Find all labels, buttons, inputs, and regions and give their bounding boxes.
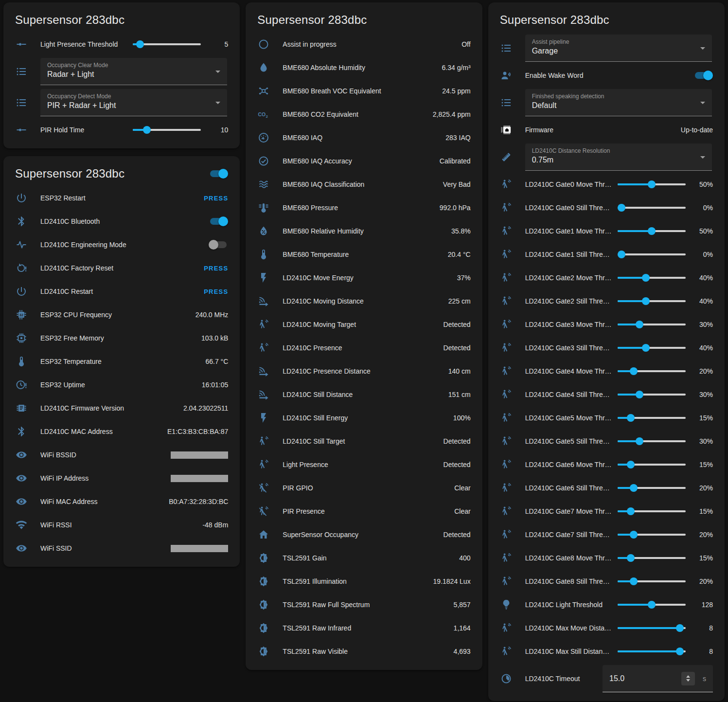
slider-thumb[interactable] (642, 274, 650, 282)
value-slider[interactable] (618, 414, 686, 422)
entity-row[interactable]: WiFi IP Address (10, 467, 233, 490)
value-slider[interactable] (618, 227, 686, 235)
value-slider[interactable] (618, 461, 686, 468)
slider-thumb[interactable] (618, 251, 625, 258)
entity-row[interactable]: ESP32 Uptime16:01:05 (10, 373, 233, 396)
entity-row[interactable]: LD2410C Moving Distance225 cm (252, 289, 475, 313)
entity-row[interactable]: LD2410C Moving TargetDetected (252, 313, 475, 336)
entity-row[interactable]: Assist in progressOff (252, 33, 475, 56)
entity-row[interactable]: LD2410C Bluetooth (10, 210, 233, 233)
entity-row[interactable]: LD2410C Still Distance151 cm (252, 383, 475, 406)
entity-row[interactable]: BME680 Absolute Humidity6.34 g/m³ (252, 56, 475, 79)
entity-row[interactable]: PIR PresenceClear (252, 500, 475, 523)
value-slider[interactable] (133, 126, 201, 134)
entity-row[interactable]: LD2410C Gate4 Still Thres…30% (495, 383, 718, 406)
entity-row[interactable]: ESP32 Free Memory103.0 kB (10, 326, 233, 350)
slider-thumb[interactable] (627, 461, 635, 468)
entity-row[interactable]: LD2410C Gate2 Move Thr…40% (495, 266, 718, 289)
press-button[interactable]: PRESS (204, 288, 228, 295)
value-slider[interactable] (618, 251, 686, 258)
entity-row[interactable]: LD2410C Gate5 Still Thres…30% (495, 430, 718, 453)
entity-row[interactable]: LD2410C Factory ResetPRESS (10, 256, 233, 280)
entity-row[interactable]: BME680 Relative Humidity35.8% (252, 219, 475, 243)
select-field[interactable]: Finished speaking detectionDefault (525, 89, 712, 116)
slider-thumb[interactable] (648, 180, 656, 188)
entity-row[interactable]: LD2410C RestartPRESS (10, 280, 233, 303)
select-field[interactable]: LD2410C Distance Resolution0.75m (525, 144, 712, 171)
value-slider[interactable] (133, 40, 201, 48)
slider-thumb[interactable] (627, 414, 635, 422)
entity-row[interactable]: LD2410C PresenceDetected (252, 336, 475, 360)
entity-row[interactable]: LD2410C Gate7 Still Thres…20% (495, 523, 718, 546)
slider-thumb[interactable] (627, 554, 635, 562)
entity-row[interactable]: LD2410C Gate4 Move Thr…20% (495, 360, 718, 383)
select-field[interactable]: Occupancy Clear ModeRadar + Light (40, 58, 227, 85)
entity-row[interactable]: LD2410C Still Energy100% (252, 406, 475, 430)
entity-row[interactable]: FirmwareUp-to-date (495, 118, 718, 142)
number-input[interactable]: 15.0s (603, 665, 713, 692)
slider-thumb[interactable] (627, 507, 635, 515)
slider-thumb[interactable] (136, 40, 144, 48)
entity-row[interactable]: LD2410C Gate6 Still Thres…20% (495, 476, 718, 500)
number-value[interactable]: 15.0 (609, 674, 681, 683)
value-slider[interactable] (618, 297, 686, 305)
entity-row[interactable]: LD2410C Move Energy37% (252, 266, 475, 289)
slider-thumb[interactable] (630, 367, 638, 375)
slider-thumb[interactable] (143, 126, 151, 134)
slider-thumb[interactable] (630, 531, 638, 539)
entity-row[interactable]: PIR Hold Time10 (10, 118, 233, 142)
value-slider[interactable] (618, 437, 686, 445)
entity-row[interactable]: WiFi SSID (10, 537, 233, 560)
entity-row[interactable]: SuperSensor OccupancyDetected (252, 523, 475, 546)
slider-thumb[interactable] (648, 227, 656, 235)
value-slider[interactable] (618, 484, 686, 492)
slider-thumb[interactable] (630, 577, 638, 585)
value-slider[interactable] (618, 274, 686, 282)
value-slider[interactable] (618, 321, 686, 328)
value-slider[interactable] (618, 180, 686, 188)
slider-thumb[interactable] (642, 344, 650, 352)
stepper-control[interactable] (681, 672, 695, 685)
entity-row[interactable]: LD2410C Gate3 Still Thres…40% (495, 336, 718, 360)
value-slider[interactable] (618, 344, 686, 352)
number-row[interactable]: LD2410C Timeout15.0s (495, 663, 718, 694)
entity-row[interactable]: LD2410C Gate0 Still Thres…0% (495, 196, 718, 219)
entity-row[interactable]: TSL2591 Raw Full Spectrum5,857 (252, 593, 475, 616)
entity-row[interactable]: BME680 Pressure992.0 hPa (252, 196, 475, 219)
entity-row[interactable]: ESP32 Temperature66.7 °C (10, 350, 233, 373)
value-slider[interactable] (618, 648, 686, 655)
entity-row[interactable]: LD2410C Max Move Dista…8 (495, 616, 718, 640)
entity-row[interactable]: TSL2591 Gain400 (252, 546, 475, 570)
card-power-toggle[interactable] (209, 169, 228, 179)
slider-thumb[interactable] (676, 648, 684, 655)
entity-row[interactable]: LD2410C Gate1 Move Thr…50% (495, 219, 718, 243)
entity-row[interactable]: Enable Wake Word (495, 64, 718, 87)
entity-row[interactable]: LD2410C Still TargetDetected (252, 430, 475, 453)
value-slider[interactable] (618, 507, 686, 515)
chevron-up-icon[interactable] (686, 675, 690, 678)
entity-row[interactable]: LD2410C Gate8 Move Thr…15% (495, 546, 718, 570)
entity-row[interactable]: LD2410C Gate6 Move Thr…15% (495, 453, 718, 476)
entity-row[interactable]: LD2410C Gate2 Still Thres…40% (495, 289, 718, 313)
entity-row[interactable]: TSL2591 Illumination19.1824 Lux (252, 570, 475, 593)
entity-row[interactable]: Light Presence Threshold5 (10, 33, 233, 56)
entity-row[interactable]: LD2410C Gate3 Move Thr…30% (495, 313, 718, 336)
press-button[interactable]: PRESS (204, 265, 228, 272)
entity-row[interactable]: CO2BME680 CO2 Equivalent2,825.4 ppm (252, 103, 475, 126)
entity-row[interactable]: WiFi MAC AddressB0:A7:32:28:3D:BC (10, 490, 233, 513)
entity-row[interactable]: LD2410C Gate0 Move Thr…50% (495, 173, 718, 196)
entity-row[interactable]: BME680 IAQ AccuracyCalibrated (252, 149, 475, 173)
slider-thumb[interactable] (636, 437, 643, 445)
entity-row[interactable]: 32ESP32 CPU Frequency240.0 MHz (10, 303, 233, 326)
entity-toggle[interactable] (209, 240, 228, 250)
entity-row[interactable]: LD2410C MAC AddressE1:C3:B3:CB:BA:87 (10, 420, 233, 443)
press-button[interactable]: PRESS (204, 195, 228, 202)
value-slider[interactable] (618, 577, 686, 585)
entity-row[interactable]: LD2410C Light Threshold128 (495, 593, 718, 616)
entity-row[interactable]: LD2410C Max Still Distanc…8 (495, 640, 718, 663)
entity-row[interactable]: LD2410C Gate1 Still Thres…0% (495, 243, 718, 266)
select-field[interactable]: Occupancy Detect ModePIR + Radar + Light (40, 89, 227, 116)
entity-row[interactable]: LD2410C Gate7 Move Thr…15% (495, 500, 718, 523)
slider-thumb[interactable] (648, 601, 656, 609)
entity-row[interactable]: PIR GPIOClear (252, 476, 475, 500)
